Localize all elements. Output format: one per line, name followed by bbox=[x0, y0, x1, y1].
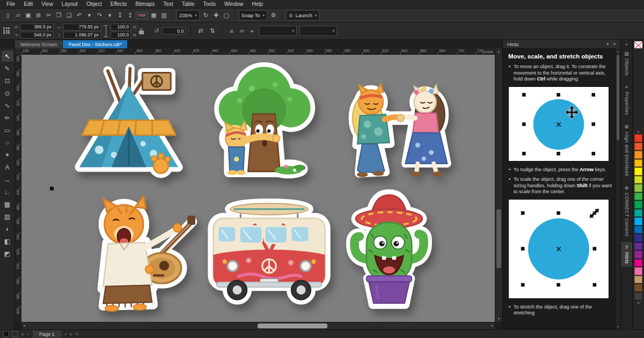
redo-dropdown-icon[interactable]: ▾ bbox=[105, 11, 114, 20]
docker-tab-connect-content[interactable]: ⊕CONNECT Content bbox=[621, 182, 632, 239]
teepee-sticker[interactable] bbox=[67, 62, 191, 186]
mirror-horizontal-icon[interactable]: ⇄ bbox=[196, 26, 205, 36]
docker-tab-properties[interactable]: ≡Properties bbox=[621, 82, 632, 118]
drop-shadow-tool[interactable]: ▩ bbox=[2, 199, 13, 210]
outline-color-swatch[interactable] bbox=[12, 331, 18, 337]
menu-item-text[interactable]: Text bbox=[159, 1, 177, 7]
color-swatch[interactable] bbox=[634, 184, 642, 192]
docker-tab-align-and-distribute[interactable]: ⊞Align and Distribute bbox=[621, 121, 632, 179]
export-icon[interactable]: ↥ bbox=[126, 11, 135, 20]
document-tab[interactable]: Welcome Screen bbox=[15, 40, 62, 48]
selection-handle[interactable] bbox=[50, 187, 54, 190]
undo-dropdown-icon[interactable]: ▾ bbox=[85, 11, 94, 20]
color-swatch[interactable] bbox=[634, 159, 642, 167]
menu-item-tools[interactable]: Tools bbox=[199, 1, 220, 7]
new-document-icon[interactable]: ▯ bbox=[3, 11, 12, 20]
menu-item-edit[interactable]: Edit bbox=[19, 1, 37, 7]
color-swatch[interactable] bbox=[634, 234, 642, 242]
no-color-swatch[interactable] bbox=[634, 41, 642, 48]
vertical-scrollbar[interactable]: ▴ ▾ bbox=[495, 48, 502, 322]
guitar-cat-sticker[interactable] bbox=[75, 189, 209, 314]
zoom-tool[interactable]: ⊙ bbox=[2, 87, 13, 99]
paste-icon[interactable]: ❏ bbox=[64, 11, 74, 20]
prev-page-icon[interactable]: ‹ bbox=[26, 332, 30, 337]
convert-outline-icon[interactable]: ▱ bbox=[237, 26, 246, 36]
pan-icon[interactable]: ✚ bbox=[211, 11, 221, 20]
scale-x-field[interactable]: 100.0 bbox=[111, 24, 131, 31]
rectangle-tool[interactable]: ▭ bbox=[2, 124, 13, 136]
propbar-combo-2[interactable]: ▾ bbox=[299, 26, 337, 36]
color-swatch[interactable] bbox=[634, 259, 642, 267]
page-tab[interactable]: Page 1 bbox=[33, 330, 61, 337]
color-swatch[interactable] bbox=[634, 143, 642, 151]
menu-item-effects[interactable]: Effects bbox=[106, 1, 131, 7]
options-gear-icon[interactable]: ⚙ bbox=[269, 11, 278, 20]
color-swatch[interactable] bbox=[634, 267, 642, 275]
transparency-tool[interactable]: ▨ bbox=[2, 211, 13, 222]
color-swatch[interactable] bbox=[634, 284, 642, 292]
fullscreen-icon[interactable]: ▢ bbox=[222, 11, 231, 20]
crop-tool[interactable]: ⊡ bbox=[2, 75, 13, 86]
color-swatch[interactable] bbox=[634, 193, 642, 201]
scroll-down-icon[interactable]: ▾ bbox=[495, 317, 502, 321]
color-swatch[interactable] bbox=[634, 276, 642, 284]
smart-fill-tool[interactable]: ◩ bbox=[2, 248, 13, 259]
y-position-field[interactable]: 548.0 px bbox=[20, 32, 54, 39]
page-layout-icon[interactable]: ▦ bbox=[149, 11, 158, 20]
open-icon[interactable]: ▱ bbox=[13, 11, 23, 20]
hippie-bus-sticker[interactable] bbox=[201, 194, 338, 311]
object-height-field[interactable]: 1 096.07 px bbox=[63, 32, 101, 39]
import-icon[interactable]: ↧ bbox=[115, 11, 125, 20]
color-swatch[interactable] bbox=[634, 226, 642, 234]
document-tab[interactable]: Pavel Dex - Stickers.cdr* bbox=[63, 40, 127, 48]
lock-ratio-icon[interactable] bbox=[139, 31, 144, 34]
shape-tool[interactable]: ✎ bbox=[2, 63, 13, 74]
redo-icon[interactable]: ↷ bbox=[95, 11, 104, 20]
menu-item-bitmaps[interactable]: Bitmaps bbox=[131, 1, 159, 7]
cactus-sticker[interactable] bbox=[330, 188, 449, 313]
drawing-canvas[interactable] bbox=[21, 55, 495, 322]
color-swatch[interactable] bbox=[634, 292, 642, 300]
docker-tab-hints[interactable]: ?Hints bbox=[621, 242, 632, 267]
horizontal-scroll-thumb[interactable] bbox=[258, 324, 327, 328]
polygon-tool[interactable]: ✶ bbox=[2, 149, 13, 160]
menu-item-help[interactable]: Help bbox=[248, 1, 268, 7]
propbar-combo-1[interactable]: ▾ bbox=[259, 26, 297, 36]
palette-scroll-up-icon[interactable]: ▴ bbox=[638, 129, 640, 134]
add-icon[interactable]: + bbox=[247, 26, 257, 36]
color-eyedropper-tool[interactable]: ◗ bbox=[2, 223, 13, 234]
menu-item-view[interactable]: View bbox=[37, 1, 57, 7]
menu-item-table[interactable]: Table bbox=[178, 1, 199, 7]
docker-scroll-up-icon[interactable]: ▴ bbox=[626, 42, 628, 46]
color-swatch[interactable] bbox=[634, 176, 642, 184]
copy-icon[interactable]: ❐ bbox=[54, 11, 63, 20]
scale-y-field[interactable]: 100.0 bbox=[111, 32, 131, 39]
color-swatch[interactable] bbox=[634, 167, 642, 175]
print-icon[interactable]: ⊞ bbox=[34, 11, 43, 20]
hints-scrollbar[interactable]: ▴ ▾ bbox=[615, 48, 620, 329]
hints-scroll-thumb[interactable] bbox=[617, 55, 619, 141]
object-width-field[interactable]: 779.55 px bbox=[63, 24, 101, 31]
scroll-left-icon[interactable]: ◂ bbox=[23, 324, 25, 328]
connector-tool[interactable]: ∟ bbox=[2, 186, 13, 197]
vertical-scroll-thumb[interactable] bbox=[496, 209, 501, 268]
menu-item-layout[interactable]: Layout bbox=[57, 1, 82, 7]
horizontal-ruler[interactable]: 2402602803003203403603804004204404604805… bbox=[21, 48, 495, 55]
dimension-tool[interactable]: ↔ bbox=[2, 174, 13, 185]
interactive-fill-tool[interactable]: ◧ bbox=[2, 236, 13, 247]
scroll-down-icon[interactable]: ▾ bbox=[616, 325, 620, 328]
menu-item-object[interactable]: Object bbox=[82, 1, 106, 7]
color-swatch[interactable] bbox=[634, 151, 642, 159]
rotation-angle-field[interactable]: 0.0 bbox=[162, 27, 186, 34]
undo-icon[interactable]: ↶ bbox=[75, 11, 84, 20]
color-swatch[interactable] bbox=[634, 243, 642, 251]
add-page-icon[interactable]: + bbox=[75, 332, 79, 337]
vertical-ruler[interactable]: 2602803003203403603804004204404604805005… bbox=[15, 55, 21, 322]
hints-close-icon[interactable]: ✕ bbox=[612, 42, 616, 47]
refresh-icon[interactable]: ↻ bbox=[201, 11, 210, 20]
preview-icon[interactable]: ▥ bbox=[159, 11, 169, 20]
scroll-up-icon[interactable]: ▴ bbox=[495, 49, 502, 54]
dancing-cats-sticker[interactable] bbox=[332, 68, 467, 185]
object-origin-selector[interactable] bbox=[2, 26, 11, 35]
pick-tool[interactable]: ↖ bbox=[2, 50, 13, 62]
